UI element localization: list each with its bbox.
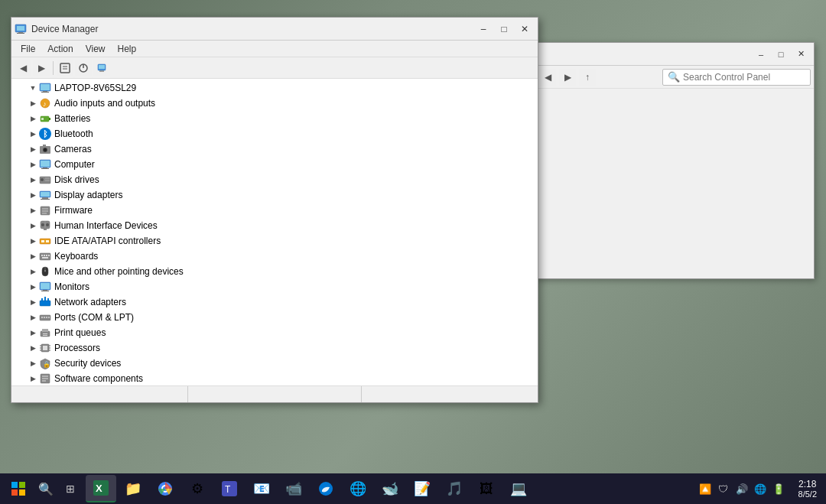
tree-item[interactable]: ▶Human Interface Devices — [11, 218, 538, 233]
tree-item-expand[interactable]: ▶ — [27, 311, 39, 324]
tree-item[interactable]: ▶IDE ATA/ATAPI controllers — [11, 233, 538, 249]
clock-time: 2:18 — [798, 479, 816, 489]
taskbar-spotify[interactable]: 🎵 — [439, 475, 470, 502]
taskbar-photos[interactable]: 🖼 — [471, 475, 502, 502]
taskbar-remote[interactable]: 💻 — [503, 475, 534, 502]
tree-item-expand[interactable]: ▶ — [27, 97, 39, 109]
tree-item-expand[interactable]: ▶ — [27, 265, 39, 278]
tray-expand[interactable]: 🔼 — [698, 475, 713, 502]
dm-tree-area[interactable]: ▼ LAPTOP-8V65SL29 ▶♪Audio inputs and out… — [11, 79, 538, 385]
tree-item-expand[interactable]: ▶ — [27, 342, 39, 354]
taskbar-docker[interactable]: 🐋 — [375, 475, 405, 502]
taskbar-sticky[interactable]: 📝 — [407, 475, 437, 502]
taskbar-excel-btn[interactable]: X — [86, 475, 116, 502]
cp-back-btn[interactable]: ◀ — [539, 69, 556, 86]
taskbar-network[interactable]: 🌐 — [343, 475, 373, 502]
svg-rect-56 — [42, 257, 48, 259]
menu-action[interactable]: Action — [41, 42, 79, 56]
tree-item-expand[interactable]: ▶ — [27, 204, 39, 216]
start-button[interactable] — [3, 475, 34, 502]
tree-item-icon — [39, 235, 51, 247]
tree-item[interactable]: ▶Firmware — [11, 203, 538, 218]
tree-item[interactable]: ▶Network adapters — [11, 294, 538, 310]
svg-rect-47 — [44, 229, 47, 230]
taskbar-clock[interactable]: 2:18 8/5/2 — [792, 479, 823, 499]
tree-item-expand[interactable]: ▶ — [27, 327, 39, 339]
toolbar-props[interactable] — [57, 60, 73, 76]
tree-item-expand[interactable]: ▶ — [27, 281, 39, 293]
taskbar-chrome[interactable] — [150, 475, 180, 502]
tree-item[interactable]: ▶♪Audio inputs and outputs — [11, 96, 538, 111]
dm-maximize-btn[interactable]: □ — [494, 22, 514, 36]
cp-up-btn[interactable]: ↑ — [579, 69, 596, 86]
cp-close-btn[interactable]: ✕ — [791, 47, 811, 61]
tree-item[interactable]: ▶Keyboards — [11, 249, 538, 264]
clock-date: 8/5/2 — [798, 489, 817, 499]
tray-network[interactable]: 🌐 — [753, 475, 768, 502]
cp-minimize-btn[interactable]: – — [751, 47, 771, 61]
tree-item[interactable]: ▶Cameras — [11, 141, 538, 157]
tree-item-expand[interactable]: ▶ — [27, 296, 39, 308]
taskbar-taskview-btn[interactable]: ⊞ — [58, 475, 83, 502]
tree-item-expand[interactable]: ▶ — [27, 112, 39, 125]
toolbar-forward[interactable]: ▶ — [33, 60, 50, 76]
tree-item-expand[interactable]: ▶ — [27, 158, 39, 171]
menu-view[interactable]: View — [80, 42, 112, 56]
tree-item-expand[interactable]: ▶ — [27, 235, 39, 247]
tree-item[interactable]: ▶Ports (COM & LPT) — [11, 310, 538, 325]
tree-item-expand[interactable]: ▶ — [27, 189, 39, 201]
tree-root-expand[interactable]: ▼ — [27, 82, 39, 94]
tree-item-expand[interactable]: ▶ — [27, 128, 39, 140]
tree-item-label: Monitors — [54, 281, 89, 292]
svg-rect-114 — [19, 489, 25, 496]
tray-battery[interactable]: 🔋 — [771, 475, 786, 502]
tree-item[interactable]: ▶Computer — [11, 157, 538, 172]
tree-item-icon — [39, 342, 51, 354]
dm-minimize-btn[interactable]: – — [473, 22, 493, 36]
tree-item[interactable]: ▶ᛒBluetooth — [11, 126, 538, 141]
menu-help[interactable]: Help — [112, 42, 143, 56]
system-tray: 🔼 🛡 🔊 🌐 🔋 — [691, 475, 792, 502]
svg-rect-74 — [42, 329, 48, 332]
svg-point-45 — [41, 223, 44, 226]
tree-item[interactable]: ▶Software components — [11, 371, 538, 385]
tree-item-expand[interactable]: ▶ — [27, 372, 39, 385]
tree-item-expand[interactable]: ▶ — [27, 219, 39, 232]
tree-item[interactable]: ▶Print queues — [11, 325, 538, 340]
taskbar-search-btn[interactable]: 🔍 — [34, 475, 58, 502]
cp-search-box[interactable]: 🔍 — [662, 69, 811, 86]
tree-item[interactable]: ▶Processors — [11, 340, 538, 356]
tree-item-expand[interactable]: ▶ — [27, 143, 39, 155]
dm-close-btn[interactable]: ✕ — [515, 22, 535, 36]
svg-point-32 — [41, 178, 44, 181]
svg-rect-20 — [41, 118, 44, 120]
taskbar-file-explorer[interactable]: 📁 — [118, 475, 148, 502]
toolbar-back[interactable]: ◀ — [15, 60, 31, 76]
tree-item-expand[interactable]: ▶ — [27, 250, 39, 262]
tree-item-expand[interactable]: ▶ — [27, 174, 39, 186]
tree-item-label: Human Interface Devices — [54, 220, 158, 231]
tree-item-icon — [39, 112, 51, 125]
tree-item[interactable]: ▶Batteries — [11, 111, 538, 126]
taskbar-edge[interactable] — [311, 475, 341, 502]
taskbar-outlook[interactable]: 📧 — [246, 475, 277, 502]
cp-forward-btn[interactable]: ▶ — [559, 69, 576, 86]
tree-root-item[interactable]: ▼ LAPTOP-8V65SL29 — [11, 80, 538, 96]
toolbar-scan[interactable] — [75, 60, 92, 76]
cp-search-input[interactable] — [683, 72, 805, 83]
taskbar-zoom[interactable]: 📹 — [278, 475, 309, 502]
tree-item[interactable]: ▶🔒Security devices — [11, 356, 538, 371]
tree-item[interactable]: ▶Disk drives — [11, 172, 538, 187]
taskbar-teams[interactable]: T — [214, 475, 245, 502]
tree-item-label: Security devices — [54, 358, 121, 369]
tree-item-expand[interactable]: ▶ — [27, 357, 39, 369]
cp-maximize-btn[interactable]: □ — [771, 47, 791, 61]
tree-item[interactable]: ▶Monitors — [11, 279, 538, 294]
menu-file[interactable]: File — [15, 42, 41, 56]
toolbar-update[interactable] — [93, 60, 110, 76]
tree-item[interactable]: ▶Display adapters — [11, 187, 538, 203]
tray-volume[interactable]: 🔊 — [734, 475, 750, 502]
taskbar-settings[interactable]: ⚙ — [182, 475, 213, 502]
tray-security[interactable]: 🛡 — [716, 475, 731, 502]
tree-item[interactable]: ▶Mice and other pointing devices — [11, 264, 538, 279]
